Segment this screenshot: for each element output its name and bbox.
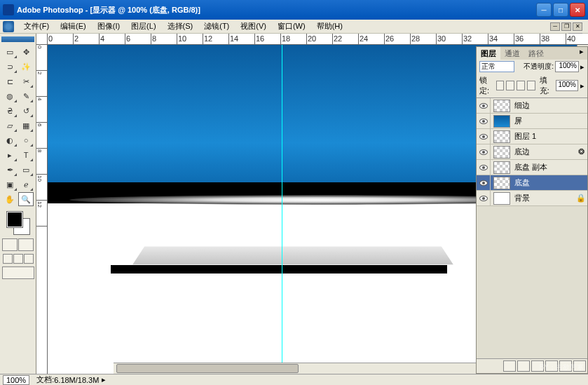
layer-name[interactable]: 底盘 <box>513 177 587 188</box>
history-brush-tool[interactable]: ↺ <box>18 104 34 118</box>
notes-tool[interactable]: ▣ <box>2 177 18 191</box>
menu-window[interactable]: 窗口(W) <box>272 20 311 33</box>
blur-tool[interactable]: ◐ <box>2 133 18 147</box>
layer-name[interactable]: 屏 <box>513 116 587 126</box>
menu-file[interactable]: 文件(F) <box>18 20 55 33</box>
eye-icon <box>479 149 488 155</box>
layer-row[interactable]: 细边 <box>477 98 587 114</box>
menu-layer[interactable]: 图层(L) <box>125 20 161 33</box>
layer-row[interactable]: 图层 1 <box>477 129 587 144</box>
layer-name[interactable]: 细边 <box>513 100 587 111</box>
standard-mode-button[interactable] <box>2 238 18 251</box>
doc-minimize-button[interactable]: ─ <box>550 22 560 31</box>
layer-thumbnail[interactable] <box>493 100 510 112</box>
fx-icon[interactable]: ❂ <box>578 147 584 156</box>
window-title: Adobe Photoshop - [显示器 @ 100% (底盘, RGB/8… <box>17 5 200 15</box>
layer-thumbnail[interactable] <box>493 177 510 189</box>
layer-row[interactable]: 底盘 <box>477 175 587 191</box>
path-tool[interactable]: ▸ <box>2 148 18 162</box>
foreground-color[interactable] <box>7 212 22 227</box>
stamp-tool[interactable]: ₴ <box>2 104 18 118</box>
pen-tool[interactable]: ✒ <box>2 163 18 177</box>
toolbox-grip[interactable] <box>1 36 34 42</box>
eraser-tool[interactable]: ▱ <box>2 119 18 133</box>
status-flyout-icon[interactable]: ▸ <box>102 375 106 384</box>
horizontal-ruler[interactable]: 0246810121416182022242628303234363840424… <box>48 34 588 45</box>
layer-thumbnail[interactable] <box>493 115 510 128</box>
zoom-input[interactable]: 100% <box>3 375 29 385</box>
visibility-toggle[interactable] <box>477 129 491 144</box>
blend-mode-select[interactable]: 正常 <box>479 61 514 72</box>
fill-flyout-icon[interactable]: ▸ <box>580 81 584 90</box>
layer-thumbnail[interactable] <box>493 146 510 158</box>
lock-position-button[interactable] <box>517 81 525 90</box>
vertical-guide[interactable] <box>282 45 282 374</box>
gradient-tool[interactable]: ▦ <box>18 119 34 133</box>
hand-tool[interactable]: ✋ <box>2 192 18 206</box>
lock-pixels-button[interactable] <box>506 81 514 90</box>
marquee-tool[interactable]: ▭ <box>2 45 18 59</box>
lasso-tool[interactable]: ⊃ <box>2 60 18 74</box>
brush-tool[interactable]: ✎ <box>18 89 34 103</box>
panel-menu-button[interactable]: ▸ <box>576 47 587 60</box>
menu-view[interactable]: 视图(V) <box>235 20 272 33</box>
shape-tool[interactable]: ▭ <box>18 163 34 177</box>
doc-restore-button[interactable]: ❐ <box>561 22 571 31</box>
lock-all-button[interactable] <box>527 81 535 90</box>
layer-thumbnail[interactable] <box>493 161 510 174</box>
screen-mode-3[interactable] <box>24 254 34 264</box>
tab-layers[interactable]: 图层 <box>477 47 500 60</box>
tab-channels[interactable]: 通道 <box>500 47 524 60</box>
visibility-toggle[interactable] <box>477 114 491 128</box>
move-tool[interactable]: ✥ <box>18 45 34 59</box>
h-scroll-thumb[interactable] <box>116 364 299 373</box>
type-tool[interactable]: T <box>18 148 34 162</box>
heal-tool[interactable]: ◍ <box>2 89 18 103</box>
layer-mask-button[interactable] <box>517 360 530 372</box>
doc-close-button[interactable]: ✕ <box>573 22 582 31</box>
eye-icon <box>479 134 488 140</box>
layer-name[interactable]: 背景 <box>513 193 576 203</box>
crop-tool[interactable]: ⊏ <box>2 74 18 88</box>
visibility-toggle[interactable] <box>477 144 491 159</box>
menu-edit[interactable]: 编辑(E) <box>55 20 92 33</box>
menu-select[interactable]: 选择(S) <box>162 20 199 33</box>
fill-input[interactable]: 100% <box>556 80 578 91</box>
menu-help[interactable]: 帮助(H) <box>311 20 348 33</box>
layer-thumbnail[interactable] <box>493 192 510 205</box>
opacity-input[interactable]: 100% <box>555 61 579 72</box>
maximize-button[interactable]: □ <box>553 3 568 17</box>
layer-name[interactable]: 底边 <box>513 147 578 157</box>
menu-image[interactable]: 图像(I) <box>92 20 125 33</box>
layer-fx-button[interactable] <box>503 360 516 372</box>
dodge-tool[interactable]: ○ <box>18 133 34 147</box>
zoom-tool[interactable]: 🔍 <box>18 192 34 206</box>
close-button[interactable]: ✕ <box>570 3 585 17</box>
vertical-ruler[interactable]: 024681012 <box>36 45 48 374</box>
ruler-origin[interactable] <box>36 34 48 45</box>
visibility-toggle[interactable] <box>477 160 491 175</box>
minimize-button[interactable]: ─ <box>536 3 552 17</box>
screen-mode-1[interactable] <box>3 254 13 264</box>
visibility-toggle[interactable] <box>477 98 491 113</box>
visibility-toggle[interactable] <box>477 191 491 205</box>
color-picker[interactable] <box>6 210 31 236</box>
slice-tool[interactable]: ✂ <box>18 74 34 88</box>
layer-thumbnail[interactable] <box>493 130 510 143</box>
eyedropper-tool[interactable]: ℯ <box>18 177 34 191</box>
layer-row[interactable]: 背景🔒 <box>477 191 587 206</box>
layer-name[interactable]: 底盘 副本 <box>513 162 587 173</box>
tab-paths[interactable]: 路径 <box>524 47 548 60</box>
quickmask-mode-button[interactable] <box>18 238 34 251</box>
screen-mode-2[interactable] <box>13 254 23 264</box>
jump-to-imageready-button[interactable] <box>2 266 34 279</box>
lock-transparency-button[interactable] <box>496 81 505 90</box>
opacity-flyout-icon[interactable]: ▸ <box>580 62 584 72</box>
layer-row[interactable]: 屏 <box>477 114 587 129</box>
layer-name[interactable]: 图层 1 <box>513 131 587 142</box>
wand-tool[interactable]: ✨ <box>18 60 34 74</box>
layer-row[interactable]: 底盘 副本 <box>477 160 587 175</box>
menu-filter[interactable]: 滤镜(T) <box>198 20 235 33</box>
layer-row[interactable]: 底边❂ <box>477 144 587 160</box>
visibility-toggle[interactable] <box>477 175 491 190</box>
